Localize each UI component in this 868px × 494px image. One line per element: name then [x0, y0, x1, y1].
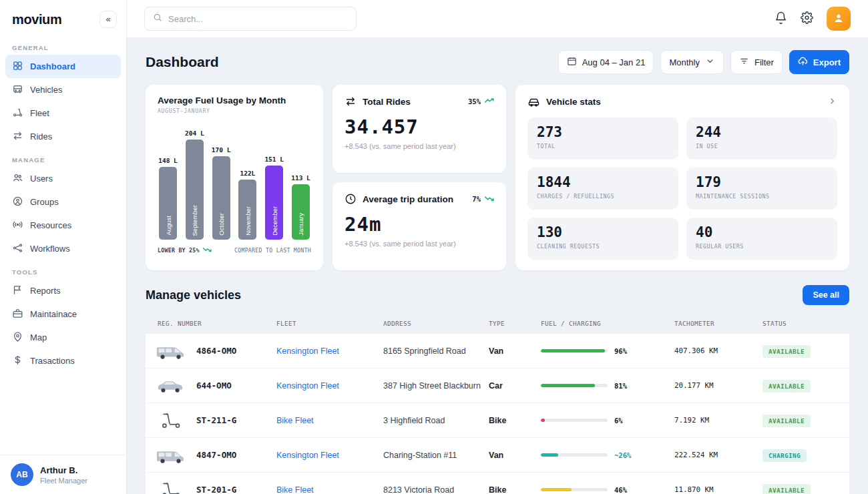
- reg-number: 4864-OMO: [196, 346, 236, 356]
- sidebar: movium « GENERAL Dashboard Vehicles Flee…: [0, 0, 127, 494]
- van-icon: [12, 83, 23, 97]
- profile-avatar[interactable]: [827, 7, 851, 31]
- table-row[interactable]: ST-211-G Bike Fleet 3 Highfield Road Bik…: [146, 403, 849, 437]
- sidebar-item-resources[interactable]: Resources: [5, 214, 121, 237]
- total-rides-value: 34.457: [345, 115, 494, 138]
- bar-value-label: 122L: [240, 170, 255, 177]
- bar-month-label: November: [244, 206, 251, 236]
- fuel-usage-card: Average Fuel Usage by Month AUGUST-JANUA…: [146, 85, 323, 270]
- export-button[interactable]: Export: [789, 50, 849, 74]
- group-circle-icon: [12, 196, 23, 209]
- sidebar-item-label: Maintainace: [30, 309, 77, 319]
- sidebar-item-maintenance[interactable]: Maintainace: [5, 302, 121, 326]
- fuel-percent: 6%: [614, 417, 623, 425]
- table-row[interactable]: 4864-OMO Kensington Fleet 8165 Springfie…: [146, 333, 849, 368]
- tachometer: 11.870 KM: [674, 485, 763, 494]
- table-header: REG. NUMBER FLEET ADDRESS TYPE FUEL / CH…: [146, 313, 849, 333]
- fleet-link[interactable]: Kensington Fleet: [276, 381, 383, 391]
- fuel-bar: January: [292, 184, 310, 240]
- sidebar-item-users[interactable]: Users: [5, 167, 121, 190]
- total-rides-sub: +8.543 (vs. same period last year): [345, 142, 494, 150]
- fleet-link[interactable]: Bike Fleet: [276, 416, 383, 425]
- sidebar-item-label: Groups: [30, 197, 59, 207]
- fuel-progress-fill: [541, 349, 605, 352]
- status-badge: AVAILABLE: [763, 345, 811, 358]
- sidebar-user[interactable]: AB Arthur B. Fleet Manager: [0, 455, 126, 494]
- fleet-link[interactable]: Kensington Fleet: [276, 346, 383, 356]
- period-label: Monthly: [669, 57, 700, 67]
- sidebar-item-workflows[interactable]: Workflows: [5, 237, 121, 260]
- section-label-tools: TOOLS: [12, 268, 114, 276]
- calendar-icon: [567, 56, 577, 68]
- address: 387 High Street Blackburn: [383, 381, 489, 391]
- scooter-image: [155, 412, 186, 429]
- address: 8165 Springfield Road: [383, 346, 489, 356]
- date-range-button[interactable]: Aug 04 – Jan 21: [558, 50, 654, 74]
- fleet-link[interactable]: Kensington Fleet: [276, 451, 383, 460]
- car-image: [155, 377, 186, 395]
- search-input[interactable]: [168, 14, 348, 24]
- logo: movium: [12, 12, 61, 27]
- sidebar-item-transactions[interactable]: Trasactions: [5, 349, 121, 373]
- flag-icon: [12, 284, 23, 298]
- vehicle-type: Car: [489, 381, 541, 391]
- bar-month-label: October: [218, 213, 225, 236]
- bar-value-label: 151 L: [264, 156, 284, 163]
- search-box[interactable]: [144, 7, 357, 31]
- table-row[interactable]: ST-201-G Bike Fleet 8213 Victoria Road B…: [146, 472, 849, 494]
- reg-number: 4847-OMO: [196, 450, 236, 460]
- swap-arrows-icon: [12, 130, 23, 144]
- grid-icon: [12, 60, 23, 73]
- sidebar-item-vehicles[interactable]: Vehicles: [5, 78, 121, 101]
- sidebar-item-dashboard[interactable]: Dashboard: [5, 55, 121, 78]
- stat-maintenance: 179 MAINTENANCE SESSIONS: [686, 168, 837, 210]
- sidebar-item-fleet[interactable]: Fleet: [5, 101, 121, 125]
- see-all-button[interactable]: See all: [803, 285, 849, 305]
- table-row[interactable]: 4847-OMO Kensington Fleet Charing-Statio…: [146, 437, 849, 472]
- period-select[interactable]: Monthly: [660, 50, 724, 74]
- notifications-button[interactable]: [775, 11, 787, 26]
- tachometer: 7.192 KM: [674, 416, 763, 425]
- gear-icon: [801, 11, 813, 26]
- avg-trip-value: 24m: [345, 213, 494, 236]
- settings-button[interactable]: [801, 11, 813, 26]
- filter-label: Filter: [754, 57, 774, 67]
- fuel-chart-title: Average Fuel Usage by Month: [158, 95, 311, 105]
- fuel-progress-fill: [541, 453, 558, 457]
- status-badge: CHARGING: [763, 449, 807, 462]
- fuel-progress-track: [541, 349, 608, 352]
- vehicle-type: Van: [489, 346, 541, 356]
- fuel-progress-track: [541, 488, 608, 491]
- table-row[interactable]: 644-OMO Kensington Fleet 387 High Street…: [146, 368, 849, 403]
- reg-number: ST-201-G: [196, 485, 236, 494]
- sidebar-item-label: Workflows: [30, 244, 70, 254]
- fleet-link[interactable]: Bike Fleet: [276, 485, 383, 494]
- vehicle-stats-expand-button[interactable]: [827, 96, 837, 108]
- sidebar-collapse-button[interactable]: «: [99, 11, 117, 28]
- status-badge: AVAILABLE: [763, 484, 811, 494]
- reg-number: 644-OMO: [196, 381, 232, 391]
- vehicle-type: Bike: [489, 416, 541, 425]
- sidebar-item-map[interactable]: Map: [5, 326, 121, 349]
- topbar: [127, 0, 868, 38]
- section-label-general: GENERAL: [12, 44, 114, 51]
- clock-icon: [345, 193, 357, 205]
- chart-footer-left: LOWER BY 25%: [158, 247, 200, 254]
- stat-charges: 1844 CHARGES / REFUELLINGS: [527, 168, 678, 210]
- avg-trip-delta: 7%: [472, 195, 481, 203]
- reg-number: ST-211-G: [196, 415, 236, 425]
- address: 8213 Victoria Road: [383, 485, 489, 494]
- trend-down-icon: [202, 246, 212, 254]
- col-address: ADDRESS: [383, 320, 489, 327]
- stat-in-use: 244 IN USE: [686, 117, 837, 160]
- bar-month-label: August: [164, 216, 172, 236]
- address: 3 Highfield Road: [383, 416, 489, 425]
- sidebar-item-rides[interactable]: Rides: [5, 125, 121, 148]
- swap-arrows-icon: [345, 95, 357, 107]
- search-icon: [153, 13, 162, 25]
- sidebar-item-groups[interactable]: Groups: [5, 190, 121, 214]
- car-stats-icon: [527, 95, 540, 108]
- chart-footer-right: COMPARED TO LAST MONTH: [234, 247, 311, 254]
- filter-button[interactable]: Filter: [730, 50, 783, 74]
- sidebar-item-reports[interactable]: Reports: [5, 279, 121, 302]
